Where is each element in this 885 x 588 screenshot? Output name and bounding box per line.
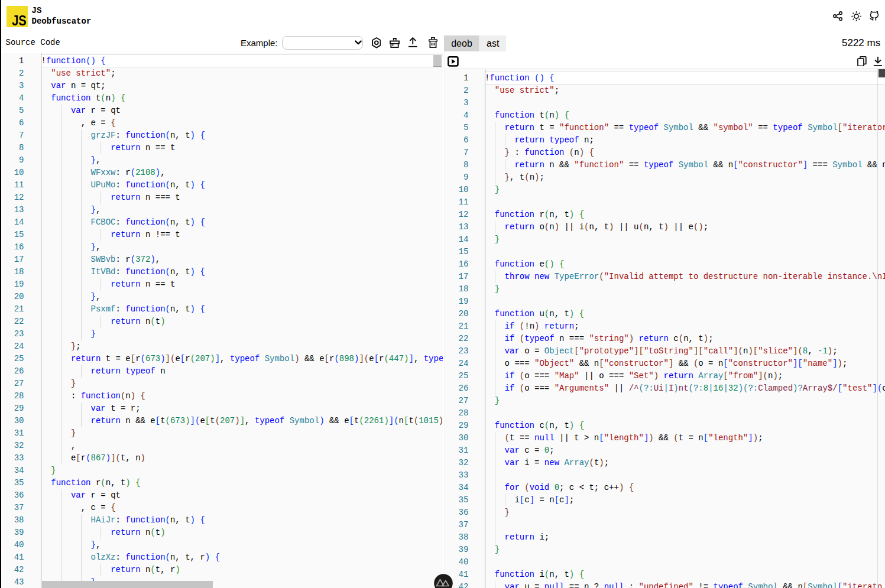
svg-text:JS: JS	[12, 13, 27, 27]
